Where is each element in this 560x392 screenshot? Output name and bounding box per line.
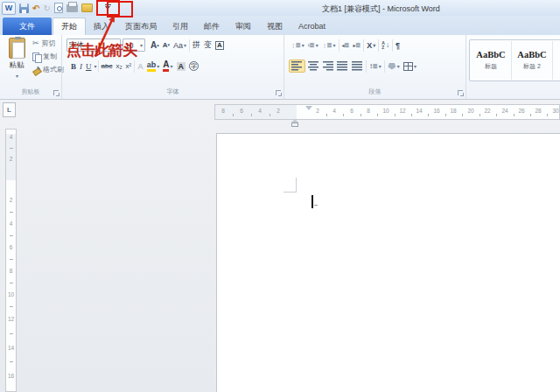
tab-file[interactable]: 文件	[3, 18, 52, 35]
tab-页面布局[interactable]: 页面布局	[117, 18, 164, 35]
align-center-button[interactable]	[305, 60, 320, 72]
font-color-button[interactable]: A▾	[161, 60, 174, 73]
redo-button[interactable]: ↻	[43, 2, 50, 15]
style-preview: AaBbC	[476, 50, 505, 60]
shrink-font-button[interactable]: A▾	[161, 38, 172, 52]
phonetic-guide-button[interactable]: 拼	[191, 38, 202, 52]
ruler-number: 24	[501, 108, 508, 114]
word-logo-icon[interactable]: W	[2, 2, 16, 15]
save-icon	[19, 4, 29, 13]
character-border-button[interactable]: A	[214, 38, 226, 52]
up-arrow-icon: ▴	[157, 43, 159, 47]
ruler-tick	[377, 114, 378, 116]
character-style-button[interactable]: 变	[202, 38, 214, 52]
copy-button[interactable]: 复制	[32, 52, 64, 61]
paste-clipboard-icon	[9, 38, 25, 59]
clipboard-dialog-launcher[interactable]	[53, 90, 59, 95]
change-case-button[interactable]: Aa▾	[172, 38, 188, 52]
separator	[339, 39, 340, 52]
tab-引用[interactable]: 引用	[164, 18, 196, 35]
grow-font-button[interactable]: A▴	[149, 38, 161, 52]
multilevel-list-button[interactable]: ⋮≡▾	[320, 38, 338, 52]
left-indent-box[interactable]	[291, 122, 298, 127]
ruler-tick	[530, 114, 531, 116]
text-highlight-button[interactable]: ab▾	[145, 60, 162, 73]
chevron-down-icon: ▾	[302, 42, 304, 48]
line-spacing-button[interactable]: ↕≡▾	[368, 60, 383, 73]
character-shading-button[interactable]: A	[175, 60, 188, 73]
paste-dropdown-arrow[interactable]: ▾	[16, 73, 18, 79]
ruler-number: 6	[6, 244, 16, 250]
align-right-button[interactable]	[320, 60, 335, 72]
hanging-indent-marker[interactable]	[291, 116, 299, 128]
separator	[384, 60, 385, 73]
ruler-tick	[343, 114, 344, 116]
chevron-down-icon: ▾	[333, 42, 336, 48]
asian-layout-button[interactable]: X▾	[365, 38, 377, 52]
italic-button[interactable]: I	[78, 60, 84, 73]
horizontal-ruler[interactable]: 864224681012141618202224262830	[214, 104, 560, 120]
ruler-number: 2	[6, 156, 16, 162]
format-painter-button[interactable]: 格式刷	[32, 65, 64, 74]
ruler-tick	[10, 283, 13, 284]
bold-button[interactable]: B	[69, 60, 78, 73]
clear-formatting-button[interactable]: A	[136, 60, 145, 73]
cut-button[interactable]: ✂ 剪切	[32, 38, 64, 48]
tab-视图[interactable]: 视图	[259, 18, 290, 35]
separator	[363, 39, 364, 52]
font-dialog-launcher[interactable]	[276, 90, 281, 95]
print-preview-button[interactable]	[54, 2, 63, 15]
enclose-characters-button[interactable]: 字	[187, 60, 200, 73]
paragraph-dialog-launcher[interactable]	[458, 90, 463, 95]
tab-审阅[interactable]: 审阅	[228, 18, 259, 35]
bullets-button[interactable]: ⋮≡▾	[289, 38, 306, 52]
ruler-number: 4	[332, 108, 336, 114]
tab-开始[interactable]: 开始	[52, 18, 86, 35]
distribute-button[interactable]	[350, 60, 365, 72]
align-left-button[interactable]	[289, 60, 305, 73]
strikethrough-button[interactable]: abc	[100, 60, 115, 73]
font-group-label: 字体	[62, 88, 284, 96]
save-button[interactable]	[19, 2, 29, 15]
print-button[interactable]	[66, 2, 78, 15]
sort-button[interactable]: AZ ↓	[380, 38, 391, 52]
font-row-2: B I U ▾ abc x₂ x² A ab▾ A▾ A 字	[69, 60, 200, 73]
ruler-tick	[445, 114, 446, 116]
superscript-button[interactable]: x²	[124, 60, 134, 73]
ruler-tick	[411, 114, 412, 116]
justify-icon	[337, 61, 348, 71]
subscript-button[interactable]: x₂	[114, 60, 123, 73]
justify-button[interactable]	[335, 60, 350, 72]
asian-layout-icon: X	[367, 41, 372, 50]
undo-button[interactable]: ↶	[32, 2, 39, 15]
tab-Acrobat[interactable]: Acrobat	[290, 18, 333, 35]
ruler-number: 22	[484, 108, 490, 114]
shading-button[interactable]: ▾	[386, 60, 402, 73]
list-lines-icon: ≡	[345, 41, 350, 50]
separator	[189, 39, 190, 52]
decrease-indent-button[interactable]: ◂≡	[340, 38, 352, 52]
word-window: W ↶ ↻ 文档1 [兼容模式] - Microsoft Word 文件 开始插…	[0, 0, 560, 392]
first-line-indent-marker[interactable]	[305, 106, 312, 114]
underline-button[interactable]: U	[84, 60, 94, 73]
tab-邮件[interactable]: 邮件	[196, 18, 228, 35]
borders-button[interactable]: ▾	[402, 60, 418, 73]
document-page[interactable]	[216, 133, 560, 392]
ruler-number: 6	[350, 108, 354, 114]
separator	[392, 39, 393, 52]
numbering-button[interactable]: ¹≡▾	[306, 38, 320, 52]
style-card-heading1[interactable]: AaBbC 标题	[471, 41, 512, 80]
chevron-down-icon[interactable]: ▾	[94, 63, 97, 69]
paint-bucket-icon	[388, 62, 396, 70]
ruler-tick	[480, 114, 480, 116]
vertical-ruler[interactable]: 42246810121416	[5, 129, 17, 392]
ruler-number: 4	[258, 108, 262, 114]
style-card-heading2[interactable]: AaBbC 标题 2	[512, 41, 553, 80]
ruler-tick	[270, 114, 270, 116]
increase-indent-button[interactable]: ▸≡	[351, 38, 362, 52]
separator	[366, 60, 367, 73]
show-hide-marks-button[interactable]: ¶	[394, 38, 402, 52]
paste-button[interactable]: 粘贴 ▾	[5, 38, 28, 79]
paste-label: 粘贴	[10, 60, 24, 71]
tab-stop-selector[interactable]: L	[3, 102, 16, 117]
